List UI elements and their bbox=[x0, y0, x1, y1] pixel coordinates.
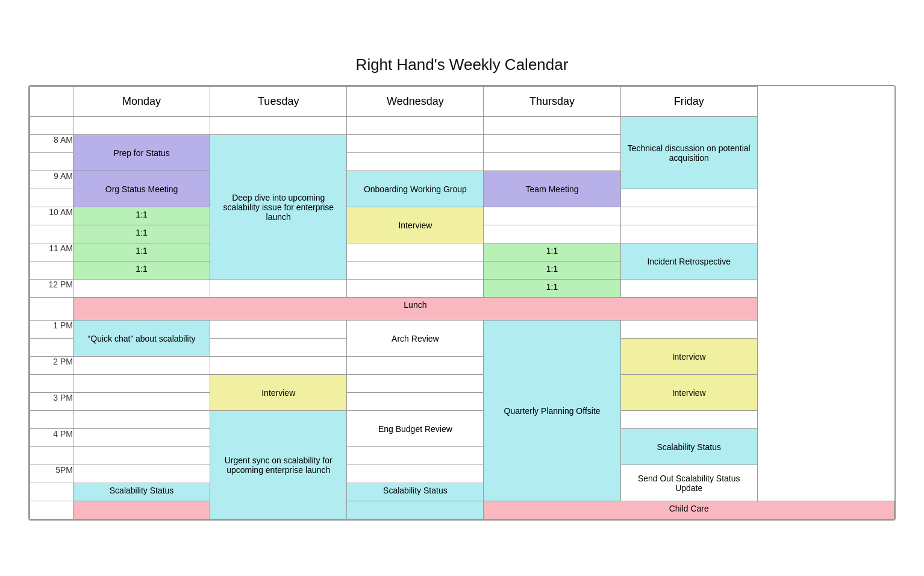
mon-2pm-lower bbox=[73, 375, 210, 393]
deep-dive-event: Deep dive into upcoming scalability issu… bbox=[210, 190, 346, 224]
thu-8am-lower bbox=[484, 153, 620, 171]
thu-101-1: 1:1 bbox=[484, 243, 620, 261]
fri-scalability-status-event: Scalability Status bbox=[621, 440, 757, 454]
incident-retro-event: Incident Retrospective bbox=[621, 254, 757, 269]
thu-pre8 bbox=[484, 117, 620, 135]
thu-101-2: 1:1 bbox=[484, 261, 620, 280]
time-10am: 10 AM bbox=[30, 207, 73, 225]
wed-3pm-upper bbox=[347, 393, 484, 411]
calendar-table: Monday Tuesday Wednesday Thursday Friday bbox=[30, 86, 894, 519]
org-status-event: Org Status Meeting bbox=[73, 182, 210, 196]
mon-101-3: 1:1 bbox=[73, 243, 210, 261]
row-10am-upper: 10 AM 1:1 Interview bbox=[30, 207, 894, 225]
mon-101-1: 1:1 bbox=[73, 207, 210, 225]
send-scalability-event: Send Out Scalability Status Update bbox=[621, 471, 757, 495]
time-pre8 bbox=[30, 117, 73, 135]
calendar-outer: Monday Tuesday Wednesday Thursday Friday bbox=[28, 85, 896, 521]
time-5pm: 5PM bbox=[30, 465, 73, 483]
header-thursday: Thursday bbox=[484, 87, 620, 117]
row-5pm-lower: Scalability Status Scalability Status bbox=[30, 483, 894, 501]
thu-101-3-event: 1:1 bbox=[484, 280, 620, 294]
wed-arch-review: Arch Review bbox=[347, 321, 484, 357]
quarterly-planning-event: Quarterly Planning Offsite bbox=[484, 404, 620, 418]
lunch-event-label: Lunch bbox=[73, 298, 757, 312]
fri-interview-2pm-event: Interview bbox=[621, 349, 757, 364]
tue-1pm-lower bbox=[210, 339, 347, 357]
tue-interview-event: Interview bbox=[210, 386, 346, 400]
wed-8am-lower bbox=[347, 153, 484, 171]
fri-scalability-status: Scalability Status bbox=[620, 429, 757, 465]
onboarding-wg-event: Onboarding Working Group bbox=[347, 182, 483, 196]
wed-interview-10: Interview bbox=[347, 207, 484, 243]
mon-12pm-upper bbox=[73, 280, 210, 298]
time-11am: 11 AM bbox=[30, 243, 73, 261]
thu-10am-upper bbox=[484, 207, 620, 225]
thu-8am-upper bbox=[484, 135, 620, 153]
wed-fri-childcare: Child Care bbox=[484, 501, 894, 519]
header-wednesday: Wednesday bbox=[347, 87, 484, 117]
row-3pm-lower: Urgent sync on scalability for upcoming … bbox=[30, 411, 894, 429]
mon-3pm-lower bbox=[73, 411, 210, 429]
tue-1pm-upper bbox=[210, 321, 347, 339]
wed-2pm-upper bbox=[347, 357, 484, 375]
time-3pm-lower bbox=[30, 411, 73, 429]
mon-scalability-status: Scalability Status bbox=[73, 483, 210, 501]
row-pre8am: Technical discussion on potential acquis… bbox=[30, 117, 894, 135]
row-1pm-upper: 1 PM “Quick chat” about scalability Arch… bbox=[30, 321, 894, 339]
time-1pm-lower bbox=[30, 339, 73, 357]
row-11am-upper: 11 AM 1:1 1:1 Incident Retrospective bbox=[30, 243, 894, 261]
time-childcare bbox=[30, 501, 73, 519]
wed-12pm-upper bbox=[347, 280, 484, 298]
tue-pre8 bbox=[210, 117, 347, 135]
time-lunch bbox=[30, 298, 73, 321]
fri-3pm-lower bbox=[620, 411, 757, 429]
wed-scalability-status-event: Scalability Status bbox=[347, 483, 483, 498]
wed-11am-upper bbox=[347, 243, 484, 261]
time-8am-lower bbox=[30, 153, 73, 171]
tue-2pm-upper bbox=[210, 357, 347, 375]
header-tuesday: Tuesday bbox=[210, 87, 347, 117]
mon-101-1-event: 1:1 bbox=[73, 207, 210, 222]
wed-11am-lower bbox=[347, 261, 484, 280]
eng-budget-event: Eng Budget Review bbox=[347, 422, 483, 436]
arch-review-event: Arch Review bbox=[347, 331, 483, 346]
fri-technical-discussion: Technical discussion on potential acquis… bbox=[620, 117, 757, 189]
row-5pm-upper: 5PM Send Out Scalability Status Update bbox=[30, 465, 894, 483]
tue-childcare-empty bbox=[347, 501, 483, 506]
time-4pm-lower bbox=[30, 447, 73, 465]
row-11am-lower: 1:1 1:1 bbox=[30, 261, 894, 280]
row-lunch: Lunch bbox=[30, 298, 894, 321]
child-care-event: Child Care bbox=[484, 501, 894, 516]
tue-childcare bbox=[347, 501, 484, 519]
thu-101-1-event: 1:1 bbox=[484, 243, 620, 258]
wed-scalability-status: Scalability Status bbox=[347, 483, 484, 501]
thu-10am-lower bbox=[484, 225, 620, 243]
time-1pm: 1 PM bbox=[30, 321, 73, 339]
time-4pm: 4 PM bbox=[30, 429, 73, 447]
fri-12pm-upper bbox=[620, 280, 757, 298]
fri-interview-3pm: Interview bbox=[620, 375, 757, 411]
thu-101-3: 1:1 bbox=[484, 280, 620, 298]
row-12pm-upper: 12 PM 1:1 bbox=[30, 280, 894, 298]
wed-5pm-upper bbox=[347, 465, 484, 483]
tue-interview: Interview bbox=[210, 375, 347, 411]
thu-team-meeting: Team Meeting bbox=[484, 171, 620, 207]
row-2pm-lower: Interview Interview bbox=[30, 375, 894, 393]
mon-101-3-event: 1:1 bbox=[73, 243, 210, 258]
time-12pm: 12 PM bbox=[30, 280, 73, 298]
time-3pm: 3 PM bbox=[30, 393, 73, 411]
header-monday: Monday bbox=[73, 87, 210, 117]
thu-101-2-event: 1:1 bbox=[484, 261, 620, 276]
mon-prep-status: Prep for Status bbox=[73, 135, 210, 171]
tue-12pm-upper bbox=[210, 280, 347, 298]
mon-101-2: 1:1 bbox=[73, 225, 210, 243]
mon-4pm-upper bbox=[73, 429, 210, 447]
header-friday: Friday bbox=[620, 87, 757, 117]
time-9am: 9 AM bbox=[30, 171, 73, 189]
row-9am-upper: 9 AM Org Status Meeting Onboarding Worki… bbox=[30, 171, 894, 189]
fri-1pm-upper bbox=[620, 321, 757, 339]
mon-childcare bbox=[73, 501, 210, 519]
row-3pm-upper: 3 PM bbox=[30, 393, 894, 411]
wed-eng-budget: Eng Budget Review bbox=[347, 411, 484, 447]
time-10am-lower bbox=[30, 225, 73, 243]
